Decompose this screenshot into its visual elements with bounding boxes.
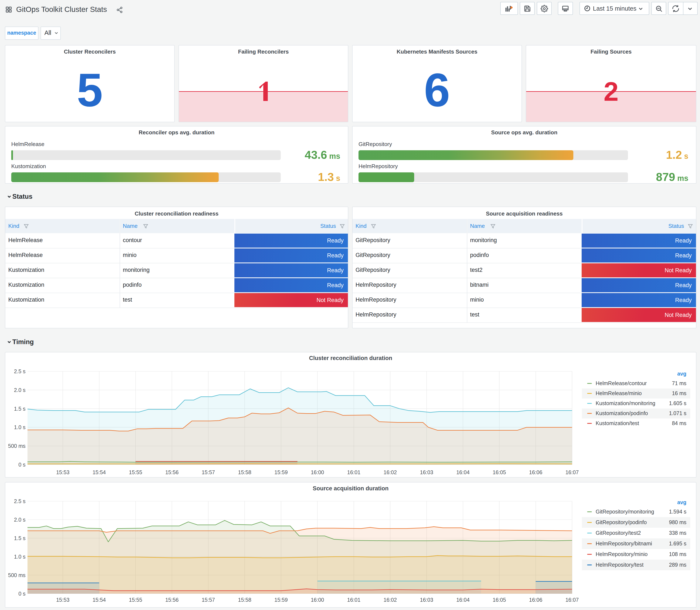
svg-text:2.0 s: 2.0 s bbox=[14, 387, 26, 393]
svg-text:15:57: 15:57 bbox=[202, 469, 215, 475]
svg-text:15:59: 15:59 bbox=[274, 597, 288, 603]
svg-text:1.5 s: 1.5 s bbox=[14, 406, 26, 412]
svg-text:16:04: 16:04 bbox=[456, 597, 470, 603]
svg-text:16:03: 16:03 bbox=[420, 597, 433, 603]
svg-text:15:57: 15:57 bbox=[202, 597, 215, 603]
svg-text:16:06: 16:06 bbox=[529, 469, 542, 475]
svg-text:16:00: 16:00 bbox=[311, 469, 324, 475]
svg-text:16:02: 16:02 bbox=[384, 597, 397, 603]
svg-text:16:07: 16:07 bbox=[566, 597, 579, 603]
svg-text:15:58: 15:58 bbox=[238, 597, 251, 603]
svg-text:16:05: 16:05 bbox=[493, 469, 506, 475]
svg-text:2.5 s: 2.5 s bbox=[14, 498, 26, 504]
svg-text:16:03: 16:03 bbox=[420, 469, 433, 475]
svg-text:0 s: 0 s bbox=[18, 591, 26, 597]
svg-text:16:00: 16:00 bbox=[311, 597, 324, 603]
svg-text:16:01: 16:01 bbox=[347, 597, 361, 603]
svg-text:15:58: 15:58 bbox=[238, 469, 251, 475]
svg-text:16:01: 16:01 bbox=[347, 469, 361, 475]
svg-text:500 ms: 500 ms bbox=[8, 572, 26, 578]
svg-text:16:02: 16:02 bbox=[384, 469, 397, 475]
svg-text:15:55: 15:55 bbox=[129, 469, 142, 475]
svg-text:500 ms: 500 ms bbox=[8, 443, 26, 449]
svg-text:15:53: 15:53 bbox=[56, 597, 69, 603]
svg-text:15:56: 15:56 bbox=[165, 597, 179, 603]
svg-text:0 s: 0 s bbox=[18, 462, 26, 468]
svg-text:16:05: 16:05 bbox=[493, 597, 506, 603]
svg-text:16:07: 16:07 bbox=[566, 469, 579, 475]
svg-text:15:55: 15:55 bbox=[129, 597, 142, 603]
svg-text:16:04: 16:04 bbox=[456, 469, 470, 475]
svg-text:1.0 s: 1.0 s bbox=[14, 554, 26, 560]
svg-text:16:06: 16:06 bbox=[529, 597, 542, 603]
svg-text:15:54: 15:54 bbox=[93, 597, 106, 603]
svg-text:1.0 s: 1.0 s bbox=[14, 424, 26, 430]
svg-text:15:54: 15:54 bbox=[93, 469, 106, 475]
svg-text:15:56: 15:56 bbox=[165, 469, 179, 475]
svg-text:2.5 s: 2.5 s bbox=[14, 368, 26, 374]
svg-text:15:59: 15:59 bbox=[274, 469, 288, 475]
svg-text:15:53: 15:53 bbox=[56, 469, 69, 475]
svg-text:2.0 s: 2.0 s bbox=[14, 517, 26, 523]
svg-text:1.5 s: 1.5 s bbox=[14, 535, 26, 541]
